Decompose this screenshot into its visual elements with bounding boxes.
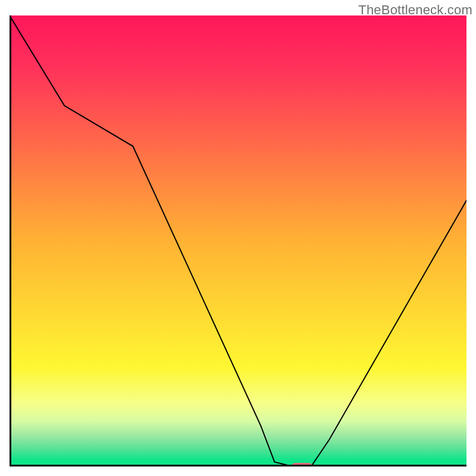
watermark-label: TheBottleneck.com (358, 2, 472, 18)
axes-frame (10, 15, 466, 466)
